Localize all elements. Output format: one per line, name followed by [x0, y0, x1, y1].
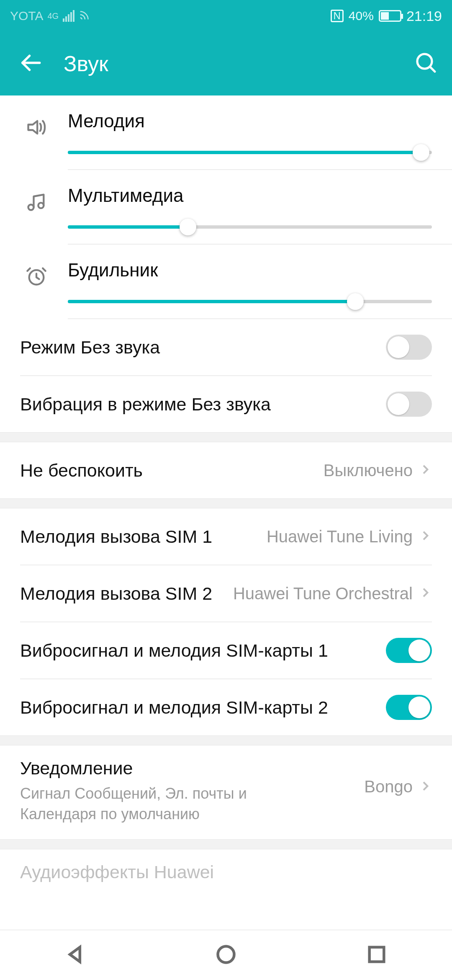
vibrate-sim2-row[interactable]: Вибросигнал и мелодия SIM-карты 2 — [0, 679, 452, 735]
network-label: 4G — [47, 11, 59, 21]
vibrate-silent-toggle[interactable] — [386, 392, 432, 417]
vibrate-sim1-label: Вибросигнал и мелодия SIM-карты 1 — [20, 640, 386, 661]
carrier-label: YOTA — [10, 9, 43, 23]
ringtone-slider[interactable] — [68, 151, 432, 154]
nav-home-icon[interactable] — [215, 944, 237, 967]
page-title: Звук — [64, 51, 108, 76]
back-icon[interactable] — [18, 51, 43, 77]
notification-row[interactable]: Уведомление Сигнал Сообщений, Эл. почты … — [0, 745, 452, 839]
vibrate-sim1-row[interactable]: Вибросигнал и мелодия SIM-карты 1 — [0, 622, 452, 678]
nav-recent-icon[interactable] — [366, 944, 388, 967]
search-icon[interactable] — [414, 51, 438, 76]
svg-line-2 — [430, 67, 435, 72]
silent-mode-toggle[interactable] — [386, 335, 432, 360]
audio-effects-label: Аудиоэффекты Huawei — [20, 862, 214, 882]
ringtone-label: Мелодия — [68, 111, 432, 132]
notification-label: Уведомление — [20, 758, 364, 779]
app-bar: Звук — [0, 32, 452, 95]
wifi-stream-icon — [79, 8, 91, 24]
audio-effects-row[interactable]: Аудиоэффекты Huawei — [0, 849, 452, 882]
chevron-right-icon — [419, 529, 432, 544]
nav-back-icon[interactable] — [64, 944, 86, 967]
sim2-ringtone-label: Мелодия вызова SIM 2 — [20, 583, 233, 604]
notification-value: Bongo — [364, 777, 413, 796]
media-icon — [20, 185, 53, 229]
chevron-right-icon — [419, 586, 432, 601]
battery-icon — [379, 10, 401, 22]
alarm-slider[interactable] — [68, 300, 432, 303]
sim1-ringtone-label: Мелодия вызова SIM 1 — [20, 526, 267, 547]
vibrate-sim1-toggle[interactable] — [386, 638, 432, 663]
sim2-ringtone-value: Huawei Tune Orchestral — [233, 584, 413, 603]
vibrate-silent-row[interactable]: Вибрация в режиме Без звука — [0, 376, 452, 432]
notification-subtitle: Сигнал Сообщений, Эл. почты и Календаря … — [20, 784, 254, 824]
dnd-row[interactable]: Не беспокоить Выключено — [0, 442, 452, 498]
dnd-value: Выключено — [324, 461, 413, 480]
nfc-icon: N — [331, 10, 344, 22]
silent-mode-row[interactable]: Режим Без звука — [0, 319, 452, 375]
media-slider[interactable] — [68, 225, 432, 229]
svg-marker-7 — [70, 947, 80, 962]
alarm-volume-row: Будильник — [0, 245, 452, 318]
svg-point-8 — [218, 946, 234, 962]
ringtone-volume-row: Мелодия — [0, 95, 452, 169]
media-label: Мультимедиа — [68, 185, 432, 206]
vibrate-silent-label: Вибрация в режиме Без звука — [20, 394, 386, 415]
chevron-right-icon — [419, 463, 432, 478]
navigation-bar — [0, 930, 452, 980]
vibrate-sim2-toggle[interactable] — [386, 695, 432, 720]
dnd-label: Не беспокоить — [20, 460, 324, 481]
silent-mode-label: Режим Без звука — [20, 337, 386, 358]
sim2-ringtone-row[interactable]: Мелодия вызова SIM 2 Huawei Tune Orchest… — [0, 565, 452, 622]
media-volume-row: Мультимедиа — [0, 170, 452, 244]
status-bar: YOTA 4G N 40% 21:19 — [0, 0, 452, 32]
ringtone-icon — [20, 111, 53, 154]
signal-icon — [63, 10, 74, 22]
clock: 21:19 — [406, 8, 442, 24]
vibrate-sim2-label: Вибросигнал и мелодия SIM-карты 2 — [20, 697, 386, 718]
sim1-ringtone-row[interactable]: Мелодия вызова SIM 1 Huawei Tune Living — [0, 508, 452, 565]
svg-rect-9 — [370, 947, 384, 962]
chevron-right-icon — [419, 779, 432, 794]
alarm-icon — [20, 260, 53, 303]
svg-marker-3 — [28, 121, 38, 134]
sim1-ringtone-value: Huawei Tune Living — [267, 527, 413, 546]
alarm-label: Будильник — [68, 260, 432, 281]
battery-pct: 40% — [349, 9, 374, 23]
